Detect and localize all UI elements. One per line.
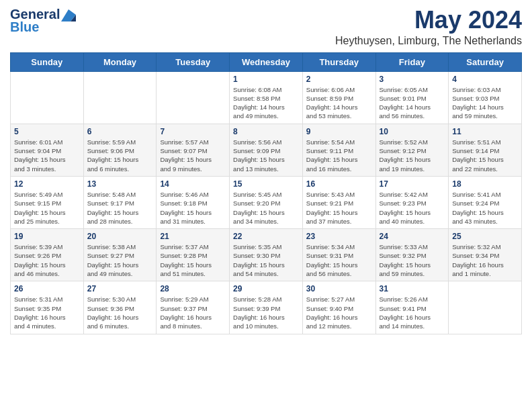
day-info: Sunrise: 5:46 AMSunset: 9:18 PMDaylight:… [160, 190, 226, 226]
calendar-empty [11, 71, 84, 124]
day-info: Sunrise: 5:33 AMSunset: 9:32 PMDaylight:… [380, 242, 445, 278]
page-container: General Blue May 2024 Heythuysen, Limbur… [0, 0, 532, 345]
day-info: Sunrise: 5:54 AMSunset: 9:11 PMDaylight:… [306, 138, 372, 173]
day-info: Sunrise: 5:43 AMSunset: 9:21 PMDaylight:… [306, 190, 372, 226]
calendar-day-30: 30Sunrise: 5:27 AMSunset: 9:40 PMDayligh… [302, 281, 375, 334]
day-number: 6 [87, 127, 153, 136]
calendar-day-29: 29Sunrise: 5:28 AMSunset: 9:39 PMDayligh… [230, 281, 303, 334]
logo-icon [61, 9, 76, 21]
day-info: Sunrise: 5:52 AMSunset: 9:12 PMDaylight:… [380, 138, 445, 173]
logo: General Blue [10, 7, 76, 35]
calendar-header-row: SundayMondayTuesdayWednesdayThursdayFrid… [11, 52, 522, 71]
day-info: Sunrise: 5:34 AMSunset: 9:31 PMDaylight:… [306, 242, 372, 278]
day-number: 10 [380, 127, 445, 136]
day-number: 4 [452, 75, 518, 84]
calendar-day-8: 8Sunrise: 5:56 AMSunset: 9:09 PMDaylight… [230, 124, 303, 176]
calendar-day-13: 13Sunrise: 5:48 AMSunset: 9:17 PMDayligh… [83, 176, 157, 228]
day-number: 16 [306, 179, 372, 189]
calendar-day-25: 25Sunrise: 5:32 AMSunset: 9:34 PMDayligh… [449, 229, 522, 281]
calendar-day-21: 21Sunrise: 5:37 AMSunset: 9:28 PMDayligh… [157, 229, 230, 281]
calendar-day-12: 12Sunrise: 5:49 AMSunset: 9:15 PMDayligh… [11, 176, 84, 228]
day-info: Sunrise: 5:31 AMSunset: 9:35 PMDaylight:… [14, 295, 80, 330]
day-number: 8 [233, 127, 299, 136]
day-info: Sunrise: 5:27 AMSunset: 9:40 PMDaylight:… [306, 295, 372, 330]
calendar-week-row: 1Sunrise: 6:08 AMSunset: 8:58 PMDaylight… [11, 71, 522, 124]
day-info: Sunrise: 5:57 AMSunset: 9:07 PMDaylight:… [160, 138, 226, 173]
calendar-day-11: 11Sunrise: 5:51 AMSunset: 9:14 PMDayligh… [449, 124, 522, 176]
day-info: Sunrise: 5:48 AMSunset: 9:17 PMDaylight:… [87, 190, 153, 226]
calendar-day-20: 20Sunrise: 5:38 AMSunset: 9:27 PMDayligh… [83, 229, 157, 281]
calendar-day-24: 24Sunrise: 5:33 AMSunset: 9:32 PMDayligh… [375, 229, 449, 281]
day-info: Sunrise: 5:59 AMSunset: 9:06 PMDaylight:… [87, 138, 153, 173]
calendar-day-23: 23Sunrise: 5:34 AMSunset: 9:31 PMDayligh… [302, 229, 375, 281]
day-header-wednesday: Wednesday [230, 52, 303, 71]
day-info: Sunrise: 5:56 AMSunset: 9:09 PMDaylight:… [233, 138, 299, 173]
calendar-day-2: 2Sunrise: 6:06 AMSunset: 8:59 PMDaylight… [302, 71, 375, 124]
day-info: Sunrise: 5:30 AMSunset: 9:36 PMDaylight:… [87, 295, 153, 330]
calendar-day-22: 22Sunrise: 5:35 AMSunset: 9:30 PMDayligh… [230, 229, 303, 281]
calendar-day-6: 6Sunrise: 5:59 AMSunset: 9:06 PMDaylight… [83, 124, 157, 176]
day-number: 2 [306, 75, 372, 84]
day-number: 13 [87, 179, 153, 189]
logo-blue: Blue [10, 19, 39, 35]
day-header-thursday: Thursday [302, 52, 375, 71]
day-number: 21 [160, 232, 226, 241]
day-number: 18 [452, 179, 518, 189]
calendar-day-14: 14Sunrise: 5:46 AMSunset: 9:18 PMDayligh… [157, 176, 230, 228]
calendar-day-1: 1Sunrise: 6:08 AMSunset: 8:58 PMDaylight… [230, 71, 303, 124]
calendar-day-16: 16Sunrise: 5:43 AMSunset: 9:21 PMDayligh… [302, 176, 375, 228]
day-number: 3 [380, 75, 445, 84]
calendar-week-row: 19Sunrise: 5:39 AMSunset: 9:26 PMDayligh… [11, 229, 522, 281]
day-info: Sunrise: 6:08 AMSunset: 8:58 PMDaylight:… [233, 85, 299, 121]
calendar-day-10: 10Sunrise: 5:52 AMSunset: 9:12 PMDayligh… [375, 124, 449, 176]
day-info: Sunrise: 5:42 AMSunset: 9:23 PMDaylight:… [380, 190, 445, 226]
day-number: 1 [233, 75, 299, 84]
day-number: 20 [87, 232, 153, 241]
calendar-day-31: 31Sunrise: 5:26 AMSunset: 9:41 PMDayligh… [375, 281, 449, 334]
day-number: 17 [380, 179, 445, 189]
day-header-friday: Friday [375, 52, 449, 71]
calendar-day-27: 27Sunrise: 5:30 AMSunset: 9:36 PMDayligh… [83, 281, 157, 334]
day-header-sunday: Sunday [11, 52, 84, 71]
title-section: May 2024 Heythuysen, Limburg, The Nether… [335, 7, 522, 47]
day-info: Sunrise: 5:35 AMSunset: 9:30 PMDaylight:… [233, 242, 299, 278]
day-header-saturday: Saturday [449, 52, 522, 71]
day-number: 22 [233, 232, 299, 241]
calendar-day-18: 18Sunrise: 5:41 AMSunset: 9:24 PMDayligh… [449, 176, 522, 228]
calendar-empty [449, 281, 522, 334]
day-info: Sunrise: 6:01 AMSunset: 9:04 PMDaylight:… [14, 138, 80, 173]
day-info: Sunrise: 5:28 AMSunset: 9:39 PMDaylight:… [233, 295, 299, 330]
day-number: 11 [452, 127, 518, 136]
day-info: Sunrise: 5:29 AMSunset: 9:37 PMDaylight:… [160, 295, 226, 330]
calendar-week-row: 5Sunrise: 6:01 AMSunset: 9:04 PMDaylight… [11, 124, 522, 176]
day-number: 7 [160, 127, 226, 136]
calendar-week-row: 12Sunrise: 5:49 AMSunset: 9:15 PMDayligh… [11, 176, 522, 228]
day-number: 9 [306, 127, 372, 136]
calendar-empty [157, 71, 230, 124]
calendar-day-15: 15Sunrise: 5:45 AMSunset: 9:20 PMDayligh… [230, 176, 303, 228]
day-number: 25 [452, 232, 518, 241]
day-number: 19 [14, 232, 80, 241]
day-header-monday: Monday [83, 52, 157, 71]
day-number: 29 [233, 284, 299, 293]
day-info: Sunrise: 5:41 AMSunset: 9:24 PMDaylight:… [452, 190, 518, 226]
day-number: 26 [14, 284, 80, 293]
day-info: Sunrise: 5:32 AMSunset: 9:34 PMDaylight:… [452, 242, 518, 278]
day-number: 31 [380, 284, 445, 293]
calendar-empty [83, 71, 157, 124]
day-info: Sunrise: 5:45 AMSunset: 9:20 PMDaylight:… [233, 190, 299, 226]
day-number: 12 [14, 179, 80, 189]
calendar-day-26: 26Sunrise: 5:31 AMSunset: 9:35 PMDayligh… [11, 281, 84, 334]
calendar-day-4: 4Sunrise: 6:03 AMSunset: 9:03 PMDaylight… [449, 71, 522, 124]
day-number: 15 [233, 179, 299, 189]
day-info: Sunrise: 5:49 AMSunset: 9:15 PMDaylight:… [14, 190, 80, 226]
calendar-table: SundayMondayTuesdayWednesdayThursdayFrid… [10, 52, 522, 334]
day-number: 27 [87, 284, 153, 293]
day-info: Sunrise: 6:06 AMSunset: 8:59 PMDaylight:… [306, 85, 372, 121]
day-number: 14 [160, 179, 226, 189]
day-header-tuesday: Tuesday [157, 52, 230, 71]
calendar-day-7: 7Sunrise: 5:57 AMSunset: 9:07 PMDaylight… [157, 124, 230, 176]
day-number: 30 [306, 284, 372, 293]
location: Heythuysen, Limburg, The Netherlands [335, 35, 522, 47]
calendar-day-3: 3Sunrise: 6:05 AMSunset: 9:01 PMDaylight… [375, 71, 449, 124]
